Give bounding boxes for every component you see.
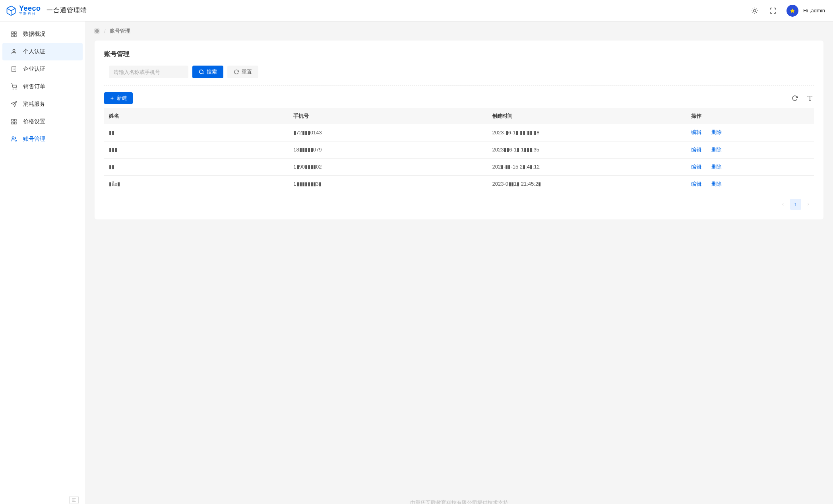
create-button[interactable]: 新建 [104, 92, 133, 104]
footer: 由重庆互联教育科技有限公司提供技术支持 [85, 494, 833, 504]
search-input[interactable] [109, 66, 188, 78]
svg-rect-17 [12, 119, 14, 121]
cell-name: ▮▮ [104, 158, 289, 175]
cell-ops: 编辑 删除 [686, 175, 814, 192]
svg-rect-6 [12, 35, 14, 37]
search-icon [199, 69, 204, 75]
pagination-next[interactable] [803, 199, 814, 210]
cell-name: ▮▮ [104, 124, 289, 141]
edit-link[interactable]: 编辑 [691, 129, 701, 135]
greeting: Hi ,admin [803, 8, 825, 14]
create-button-label: 新建 [117, 95, 127, 102]
app-title: 一合通管理端 [46, 6, 87, 15]
svg-rect-28 [95, 31, 97, 33]
refresh-icon [234, 69, 239, 75]
svg-rect-27 [97, 31, 99, 33]
edit-link[interactable]: 编辑 [691, 181, 701, 187]
svg-rect-4 [14, 32, 16, 34]
sidebar-item-sales-orders[interactable]: 销售订单 [2, 78, 83, 95]
reset-button[interactable]: 重置 [227, 66, 258, 78]
user-icon [10, 48, 17, 55]
search-button[interactable]: 搜索 [192, 66, 223, 78]
sidebar-item-price-settings[interactable]: 价格设置 [2, 113, 83, 130]
cell-created: 2023▮▮6-1▮ 1▮▮▮:35 [487, 141, 686, 158]
header-ops: 操作 [686, 108, 814, 124]
svg-point-13 [13, 89, 13, 89]
svg-point-21 [12, 137, 14, 139]
sidebar-item-label: 价格设置 [23, 118, 45, 125]
breadcrumb-separator: / [104, 28, 106, 34]
edit-link[interactable]: 编辑 [691, 164, 701, 170]
sidebar-item-label: 数据概况 [23, 31, 45, 38]
grid-icon [10, 31, 17, 38]
page-title: 账号管理 [104, 50, 814, 58]
sidebar-item-enterprise-auth[interactable]: 企业认证 [2, 60, 83, 78]
content-card: 账号管理 搜索 重置 [95, 41, 823, 219]
cell-created: 2023-▮6-1▮ ▮▮:▮▮:▮8 [487, 124, 686, 141]
pagination-page-1[interactable]: 1 [790, 199, 801, 210]
table-row: ▮▮ 1▮90▮▮▮▮02 202▮-▮▮-15 2▮:4▮:12 编辑 删除 [104, 158, 814, 175]
pagination: 1 [104, 199, 814, 210]
app-logo: Yeeco 互联科技 [6, 5, 41, 16]
app-header: Yeeco 互联科技 一合通管理端 Hi ,admin [0, 0, 833, 21]
fullscreen-icon[interactable] [768, 6, 778, 16]
search-bar: 搜索 重置 [104, 66, 814, 86]
send-icon [10, 101, 17, 108]
svg-rect-26 [97, 29, 99, 31]
column-settings-icon[interactable] [806, 94, 814, 102]
logo-sub: 互联科技 [19, 12, 37, 16]
cell-phone: 18▮▮▮▮▮079 [289, 141, 487, 158]
sidebar-item-label: 个人认证 [23, 48, 45, 55]
sidebar-item-personal-auth[interactable]: 个人认证 [2, 43, 83, 60]
users-icon [10, 136, 17, 143]
search-button-label: 搜索 [207, 68, 217, 76]
cell-ops: 编辑 删除 [686, 141, 814, 158]
svg-point-7 [13, 49, 15, 51]
building-icon [10, 66, 17, 73]
cell-phone: 1▮▮▮▮▮▮▮3▮ [289, 175, 487, 192]
user-info[interactable]: Hi ,admin [787, 5, 825, 17]
toolbar-tools [791, 94, 814, 102]
breadcrumb: / 账号管理 [85, 21, 833, 41]
svg-point-1 [754, 10, 756, 12]
delete-link[interactable]: 删除 [711, 164, 722, 170]
cart-icon [10, 83, 17, 90]
sidebar-item-data-overview[interactable]: 数据概况 [2, 25, 83, 43]
cell-created: 202▮-▮▮-15 2▮:4▮:12 [487, 158, 686, 175]
reload-icon[interactable] [791, 94, 799, 102]
breadcrumb-current: 账号管理 [110, 27, 130, 35]
delete-link[interactable]: 删除 [711, 147, 722, 153]
cell-created: 2023-0▮▮1▮ 21:45:2▮ [487, 175, 686, 192]
sidebar-collapse-toggle[interactable] [69, 496, 79, 504]
table-row: ▮åe▮ 1▮▮▮▮▮▮▮3▮ 2023-0▮▮1▮ 21:45:2▮ 编辑 删… [104, 175, 814, 192]
header-phone: 手机号 [289, 108, 487, 124]
cell-phone: ▮72▮▮▮0143 [289, 124, 487, 141]
header-right: Hi ,admin [750, 5, 825, 17]
cell-name: ▮▮▮ [104, 141, 289, 158]
cell-name: ▮åe▮ [104, 175, 289, 192]
header-created: 创建时间 [487, 108, 686, 124]
logo-word: Yeeco [19, 5, 41, 12]
svg-rect-8 [12, 67, 16, 72]
header-left: Yeeco 互联科技 一合通管理端 [6, 5, 87, 16]
home-icon[interactable] [94, 28, 100, 34]
theme-toggle-icon[interactable] [750, 6, 759, 16]
sidebar-item-consumption-services[interactable]: 消耗服务 [2, 95, 83, 113]
main-content: / 账号管理 账号管理 搜索 重置 [85, 21, 833, 504]
delete-link[interactable]: 删除 [711, 129, 722, 135]
svg-marker-2 [790, 8, 795, 13]
svg-rect-20 [12, 122, 14, 124]
sidebar-item-account-management[interactable]: 账号管理 [2, 130, 83, 148]
svg-line-30 [203, 73, 204, 74]
sidebar-item-label: 账号管理 [23, 136, 45, 143]
accounts-table: 姓名 手机号 创建时间 操作 ▮▮ ▮72▮▮▮0143 2023-▮6-1▮ … [104, 108, 814, 192]
sidebar-item-label: 销售订单 [23, 83, 45, 90]
avatar [787, 5, 798, 17]
table-row: ▮▮▮ 18▮▮▮▮▮079 2023▮▮6-1▮ 1▮▮▮:35 编辑 删除 [104, 141, 814, 158]
edit-link[interactable]: 编辑 [691, 147, 701, 153]
sidebar-item-label: 企业认证 [23, 66, 45, 73]
pagination-prev[interactable] [777, 199, 788, 210]
svg-rect-18 [14, 119, 16, 121]
delete-link[interactable]: 删除 [711, 181, 722, 187]
sidebar: 数据概况 个人认证 企业认证 销售订单 消耗服务 [0, 21, 85, 504]
